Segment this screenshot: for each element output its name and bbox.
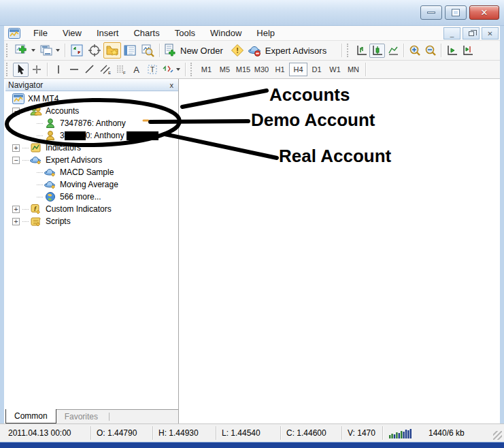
strategy-tester-button[interactable] xyxy=(139,42,156,59)
tree-item-xm-mt4[interactable]: XM MT4 xyxy=(5,93,178,105)
scripts-scroll-icon xyxy=(30,216,42,227)
expert-advisors-button[interactable] xyxy=(246,42,263,59)
cursor-tool-button[interactable] xyxy=(13,63,29,77)
navigator-close-icon[interactable]: x xyxy=(168,81,176,89)
status-traffic: 1440/6 kb xyxy=(429,428,465,438)
channel-icon: E xyxy=(100,64,111,75)
status-separator xyxy=(280,426,281,440)
zoom-out-button[interactable] xyxy=(422,44,438,58)
tab-common[interactable]: Common xyxy=(5,409,56,423)
alert-button[interactable]: ! xyxy=(229,42,246,59)
tree-label-real-mid: 0: Anthony xyxy=(86,131,124,140)
terminal-toggle-button[interactable] xyxy=(121,42,139,59)
tab-favorites[interactable]: Favorites xyxy=(56,410,106,423)
menu-window[interactable]: Window xyxy=(203,27,249,39)
profiles-button[interactable] xyxy=(37,42,55,59)
profiles-dropdown-caret[interactable] xyxy=(56,49,60,52)
timeframe-m15-button[interactable]: M15 xyxy=(234,63,252,76)
line-studies-toolbar: E F A T M1 M5 M15 M3 xyxy=(4,61,500,79)
toolbar-grip[interactable] xyxy=(347,44,352,57)
timeframe-w1-button[interactable]: W1 xyxy=(326,63,344,76)
bar-chart-button[interactable] xyxy=(354,44,369,58)
toolbar-grip[interactable] xyxy=(190,63,195,76)
status-high: H: 1.44930 xyxy=(158,428,199,438)
vertical-line-tool-button[interactable] xyxy=(50,63,66,77)
market-watch-button[interactable] xyxy=(68,42,86,59)
crosshair-tool-button[interactable] xyxy=(29,63,44,77)
timeframe-m1-button[interactable]: M1 xyxy=(197,63,216,76)
bar-chart-icon xyxy=(356,44,368,57)
new-chart-dropdown-caret[interactable] xyxy=(31,49,35,52)
collapse-icon[interactable]: − xyxy=(12,157,20,164)
zoom-out-icon xyxy=(424,44,437,57)
text-tool-button[interactable]: A xyxy=(129,63,144,77)
arrows-tool-icon xyxy=(163,64,173,75)
status-volume: V: 1470 xyxy=(348,428,375,438)
tree-item-accounts[interactable]: − Accounts xyxy=(5,105,178,117)
timeframe-m30-button[interactable]: M30 xyxy=(252,63,271,76)
timeframe-h1-button[interactable]: H1 xyxy=(271,63,289,76)
navigator-header[interactable]: Navigator x xyxy=(5,79,178,91)
tree-connector xyxy=(22,160,29,161)
equidistant-channel-tool-button[interactable]: E xyxy=(97,63,113,77)
text-label-tool-button[interactable]: T xyxy=(144,63,160,77)
tree-item-moving-average[interactable]: Moving Average xyxy=(5,178,178,191)
toolbar-grip[interactable] xyxy=(6,63,11,76)
toolbar-grip[interactable] xyxy=(6,44,11,57)
window-minimize-button[interactable] xyxy=(420,5,442,20)
navigator-toggle-button[interactable] xyxy=(103,42,121,59)
horizontal-line-tool-button[interactable] xyxy=(66,63,82,77)
tree-item-custom-indicators[interactable]: + f Custom Indicators xyxy=(5,203,178,215)
trendline-tool-button[interactable] xyxy=(82,63,97,77)
new-order-label[interactable]: New Order xyxy=(180,46,223,56)
menu-help[interactable]: Help xyxy=(249,27,282,39)
arrows-tool-button[interactable] xyxy=(160,63,175,77)
tree-item-real-account[interactable]: 30: Anthony xyxy=(5,129,178,142)
arrows-dropdown-caret[interactable] xyxy=(176,68,180,71)
maximize-icon xyxy=(452,10,459,16)
expert-advisors-label[interactable]: Expert Advisors xyxy=(265,46,326,56)
menu-insert[interactable]: Insert xyxy=(89,27,127,39)
timeframe-mn-button[interactable]: MN xyxy=(344,63,363,76)
tree-item-indicators[interactable]: + Indicators xyxy=(5,142,178,154)
line-chart-button[interactable] xyxy=(385,44,401,58)
timeframe-m5-button[interactable]: M5 xyxy=(216,63,234,76)
mdi-restore-button[interactable] xyxy=(463,27,480,39)
tree-label: 566 more... xyxy=(60,192,101,202)
expert-advisor-hat-icon xyxy=(30,155,42,165)
window-close-button[interactable]: ✕ xyxy=(469,5,499,20)
resize-grip[interactable] xyxy=(493,431,502,440)
menu-view[interactable]: View xyxy=(55,27,89,39)
zoom-in-button[interactable] xyxy=(407,44,422,58)
expand-icon[interactable]: + xyxy=(12,144,20,152)
tree-item-demo-account[interactable]: 7347876: Anthony xyxy=(5,117,178,129)
timeframe-h4-button[interactable]: H4 xyxy=(289,63,307,76)
menu-charts[interactable]: Charts xyxy=(126,27,167,39)
tree-item-scripts[interactable]: + Scripts xyxy=(5,215,178,227)
candlestick-chart-button[interactable] xyxy=(369,44,385,58)
new-order-button[interactable] xyxy=(163,42,178,59)
custom-indicator-f-icon: f xyxy=(30,204,42,214)
tree-item-macd-sample[interactable]: MACD Sample xyxy=(5,166,178,178)
mdi-minimize-button[interactable]: _ xyxy=(443,27,460,39)
auto-scroll-button[interactable] xyxy=(444,44,460,58)
menu-tools[interactable]: Tools xyxy=(167,27,203,39)
chart-shift-button[interactable] xyxy=(460,44,475,58)
window-maximize-button[interactable] xyxy=(445,5,467,20)
expand-icon[interactable]: + xyxy=(12,206,20,213)
fibonacci-tool-button[interactable]: F xyxy=(113,63,129,77)
tab-separator xyxy=(109,413,110,421)
mdi-close-button[interactable]: ✕ xyxy=(482,27,499,39)
collapse-icon[interactable]: − xyxy=(12,108,20,115)
new-chart-button[interactable] xyxy=(13,42,31,59)
data-window-button[interactable] xyxy=(86,42,103,59)
timeframe-d1-button[interactable]: D1 xyxy=(307,63,326,76)
tree-item-566-more[interactable]: 566 more... xyxy=(5,191,178,203)
expand-icon[interactable]: + xyxy=(12,218,20,225)
tree-item-expert-advisors[interactable]: − Expert Advisors xyxy=(5,154,178,166)
status-separator xyxy=(90,426,91,440)
indicators-icon xyxy=(30,142,42,153)
expert-advisor-hat-icon xyxy=(44,179,56,190)
status-bar: 2011.04.13 00:00 O: 1.44790 H: 1.44930 L… xyxy=(0,423,504,442)
menu-file[interactable]: File xyxy=(26,27,55,39)
